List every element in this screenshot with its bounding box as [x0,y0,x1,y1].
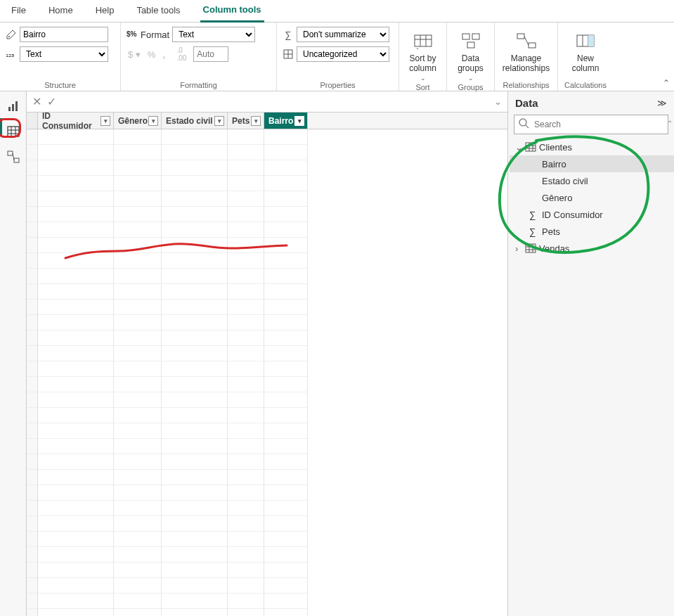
formula-input[interactable] [62,94,488,110]
filter-icon[interactable]: ▾ [148,116,158,126]
table-node[interactable]: ›Vendas [510,240,674,257]
col-head-bairro[interactable]: Bairro▾ [264,113,308,129]
col-head-genero[interactable]: Gênero▾ [114,113,162,129]
format-select[interactable]: Text [172,27,255,42]
field-node[interactable]: ∑Pets [510,223,674,240]
commit-formula-button[interactable]: ✓ [47,95,56,108]
table-row[interactable] [27,392,507,408]
table-row[interactable] [27,346,507,361]
svg-text:₁₂₃: ₁₂₃ [6,50,14,58]
new-column-button[interactable]: New column [564,27,607,73]
table-row[interactable] [27,609,507,616]
currency-button[interactable]: $ ▾ [128,49,141,60]
table-row[interactable] [27,284,507,300]
expand-formula-button[interactable]: ⌄ [494,96,502,107]
svg-rect-12 [472,34,479,39]
table-row[interactable] [27,315,507,331]
table-row[interactable] [27,501,507,516]
manage-relationships-button[interactable]: Manage relationships [500,27,552,73]
filter-icon[interactable]: ▾ [214,116,224,126]
sort-icon [412,30,434,52]
sort-by-column-button[interactable]: Sort by column ⌄ [405,27,441,82]
group-label-calculations: Calculations [564,79,607,89]
group-label-sort: Sort [405,82,441,91]
filter-icon[interactable]: ▾ [294,116,304,126]
table-row[interactable] [27,300,507,315]
field-node[interactable]: Estado civil [510,172,674,189]
col-head-id-consumidor[interactable]: ID Consumidor▾ [38,113,114,129]
datatype-select[interactable]: Text [20,46,108,62]
table-row[interactable] [27,578,507,593]
svg-text:,: , [162,49,165,59]
table-row[interactable] [27,593,507,609]
table-row[interactable] [27,439,507,454]
tab-file[interactable]: File [8,1,29,21]
field-node[interactable]: Gênero [510,189,674,206]
cancel-formula-button[interactable]: ✕ [32,95,41,108]
table-row[interactable] [27,408,507,423]
category-select[interactable]: Uncategorized [297,46,389,62]
svg-rect-23 [15,101,18,111]
table-row[interactable] [27,160,507,176]
column-name-input[interactable] [20,27,108,42]
comma-button[interactable]: , [162,49,169,59]
svg-rect-13 [467,42,474,48]
new-column-icon [574,30,597,52]
table-row[interactable] [27,253,507,269]
col-head-pets[interactable]: Pets▾ [228,113,264,129]
summarize-select[interactable]: Don't summarize [297,27,389,42]
collapse-data-pane-button[interactable]: ≫ [657,98,667,108]
sigma-icon: ∑ [283,29,294,40]
scroll-up-icon[interactable]: ⌃ [667,120,673,127]
table-row[interactable] [27,547,507,563]
table-row[interactable] [27,129,507,145]
search-icon [518,117,529,129]
svg-line-33 [526,125,529,128]
svg-rect-11 [462,34,469,39]
decimals-input [193,46,228,62]
table-row[interactable] [27,516,507,532]
table-row[interactable] [27,377,507,392]
table-row[interactable] [27,470,507,485]
field-node[interactable]: ∑ID Consumidor [510,206,674,223]
table-row[interactable] [27,222,507,238]
tab-home[interactable]: Home [46,1,76,21]
table-row[interactable] [27,532,507,547]
table-row[interactable] [27,361,507,377]
format-label: Format [141,30,169,40]
percent-button[interactable]: % [148,49,156,60]
filter-icon[interactable]: ▾ [251,116,261,126]
ribbon-group-groups: Data groups ⌄ Groups [447,23,495,91]
datatype-icon: ₁₂₃ [6,49,17,60]
table-row[interactable] [27,176,507,191]
table-row[interactable] [27,423,507,439]
table-row[interactable] [27,331,507,346]
table-node[interactable]: ⌄Clientes [510,139,674,155]
field-node[interactable]: Bairro [510,155,674,172]
table-row[interactable] [27,207,507,222]
data-groups-button[interactable]: Data groups ⌄ [453,27,488,82]
col-head-estado-civil[interactable]: Estado civil▾ [162,113,228,129]
grid-body[interactable] [27,129,507,616]
svg-rect-7 [415,35,432,46]
data-view-button[interactable] [6,124,21,139]
collapse-ribbon-button[interactable]: ⌃ [663,78,670,88]
table-row[interactable] [27,563,507,578]
fields-search-input[interactable] [514,115,668,134]
table-row[interactable] [27,269,507,284]
table-row[interactable] [27,191,507,207]
filter-icon[interactable]: ▾ [101,116,110,126]
decimal-button[interactable]: .0.00 [176,46,186,62]
model-view-button[interactable] [6,149,21,165]
tab-column-tools[interactable]: Column tools [200,0,264,23]
tab-table-tools[interactable]: Table tools [134,1,183,21]
table-row[interactable] [27,145,507,160]
table-row[interactable] [27,485,507,501]
main-area: ✕ ✓ ⌄ ID Consumidor▾ Gênero▾ Estado civi… [0,91,674,616]
svg-rect-15 [529,43,536,48]
table-row[interactable] [27,238,507,253]
report-view-button[interactable] [6,98,21,114]
tab-help[interactable]: Help [93,1,117,21]
table-row[interactable] [27,454,507,470]
chevron-down-icon: ⌄ [515,142,522,153]
